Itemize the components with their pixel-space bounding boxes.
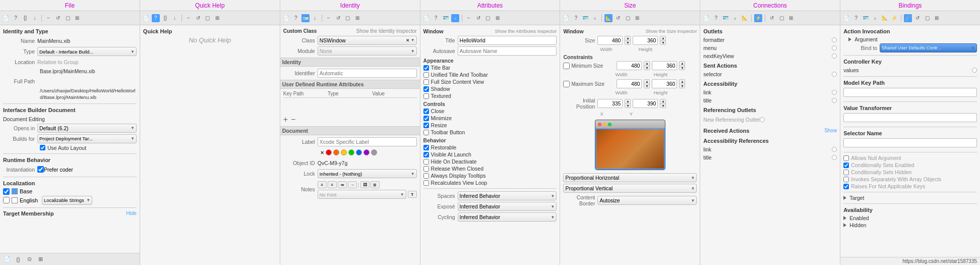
bind-to-select[interactable]: Shared User Defaults Contr... ▼ bbox=[880, 43, 977, 52]
title-bar-cb[interactable] bbox=[423, 65, 429, 71]
conn-circle-icon[interactable]: ↺ bbox=[768, 14, 776, 22]
visible-launch-cb[interactable] bbox=[423, 152, 429, 157]
prop-h-select[interactable]: Proportional Horizontal ▼ bbox=[563, 173, 697, 182]
resize-cb[interactable] bbox=[423, 123, 429, 128]
bottom-doc-icon[interactable]: 📄 bbox=[3, 255, 11, 263]
qh-circle-icon[interactable]: ↺ bbox=[194, 14, 202, 22]
conn-square-icon[interactable]: ▢ bbox=[777, 14, 785, 22]
y-pos-input[interactable] bbox=[633, 99, 658, 108]
size-circle-icon[interactable]: ↺ bbox=[614, 14, 622, 22]
width-down[interactable]: ▼ bbox=[625, 41, 630, 45]
width-stepper[interactable]: ▲ ▼ bbox=[625, 36, 631, 45]
size-ruler-icon[interactable]: 📐 bbox=[604, 14, 612, 22]
tab-size[interactable]: Size bbox=[560, 0, 700, 11]
opens-in-select[interactable]: Default (6.2) ▼ bbox=[37, 124, 137, 133]
bottom-circle-icon[interactable]: ⊙ bbox=[25, 255, 33, 263]
width-input[interactable] bbox=[597, 36, 623, 45]
notes-image[interactable]: 🖼 bbox=[360, 181, 370, 188]
green-swatch[interactable] bbox=[348, 149, 354, 155]
orange-swatch[interactable] bbox=[333, 149, 339, 155]
yellow-swatch[interactable] bbox=[341, 149, 347, 155]
always-tooltips-cb[interactable] bbox=[423, 173, 429, 179]
autosave-input[interactable] bbox=[458, 46, 557, 56]
red-swatch[interactable] bbox=[326, 149, 332, 155]
size-doc-icon[interactable]: 📄 bbox=[562, 14, 570, 22]
tab-attributes[interactable]: Attributes bbox=[420, 0, 561, 11]
conn-plug-icon[interactable]: ⚡ bbox=[754, 14, 762, 22]
size-grid-icon[interactable]: ⊞ bbox=[633, 14, 641, 22]
raises-cb[interactable] bbox=[843, 184, 849, 189]
font-T-btn[interactable]: T bbox=[408, 191, 417, 198]
blue-swatch[interactable] bbox=[356, 149, 362, 155]
height-up[interactable]: ▲ bbox=[660, 36, 665, 41]
class-select[interactable]: NSWindow ✕ ▼ bbox=[318, 36, 417, 45]
font-select[interactable]: No Font ▼ bbox=[318, 190, 406, 199]
id-question-icon[interactable]: ? bbox=[292, 14, 300, 22]
conn-id-icon[interactable]: 🪪 bbox=[721, 14, 729, 22]
notes-list[interactable]: ≔ bbox=[338, 181, 347, 188]
prop-v-select[interactable]: Proportional Vertical ▼ bbox=[563, 184, 697, 193]
id-card-icon[interactable]: 🪪 bbox=[301, 14, 310, 22]
bind-chain-icon[interactable]: 🔗 bbox=[904, 14, 912, 22]
id-doc-icon[interactable]: 📄 bbox=[282, 14, 290, 22]
attr-question-icon[interactable]: ? bbox=[432, 14, 440, 22]
bind-id-icon[interactable]: 🪪 bbox=[862, 14, 870, 22]
tab-bindings[interactable]: Bindings bbox=[840, 0, 980, 11]
minus-icon[interactable]: − bbox=[44, 14, 52, 22]
minimize-cb[interactable] bbox=[423, 116, 429, 121]
attr-circle-icon[interactable]: ↺ bbox=[474, 14, 482, 22]
release-closed-cb[interactable] bbox=[423, 166, 429, 172]
bottom-braces-icon[interactable]: {} bbox=[14, 255, 22, 263]
conn-grid-icon[interactable]: ⊞ bbox=[787, 14, 795, 22]
close-cb[interactable] bbox=[423, 109, 429, 114]
class-clear-icon[interactable]: ✕ bbox=[406, 38, 410, 43]
max-size-cb[interactable] bbox=[563, 81, 570, 87]
selector-name-input[interactable] bbox=[843, 138, 977, 147]
conn-doc-icon[interactable]: 📄 bbox=[702, 14, 710, 22]
tab-identity[interactable]: Identity bbox=[280, 0, 420, 11]
cond-hidden-cb[interactable] bbox=[843, 170, 849, 175]
invokes-sep-cb[interactable] bbox=[843, 177, 849, 182]
grid-icon[interactable]: ⊞ bbox=[73, 14, 81, 22]
base-checkbox[interactable] bbox=[3, 188, 10, 195]
builds-for-select[interactable]: Project Deployment Tar... ▼ bbox=[37, 134, 137, 143]
size-square-icon[interactable]: ▢ bbox=[624, 14, 632, 22]
purple-swatch[interactable] bbox=[363, 149, 370, 155]
conn-question-icon[interactable]: ? bbox=[712, 14, 720, 22]
max-width-input[interactable] bbox=[617, 79, 642, 88]
min-width-input[interactable] bbox=[617, 61, 642, 70]
max-height-stepper[interactable]: ▲ ▼ bbox=[679, 79, 685, 88]
prefer-coder-checkbox[interactable] bbox=[37, 166, 44, 173]
qh-doc-icon[interactable]: 📄 bbox=[142, 14, 150, 22]
id-arrow-icon[interactable]: ↓ bbox=[311, 14, 319, 22]
tab-connections[interactable]: Connections bbox=[700, 0, 840, 11]
max-width-stepper[interactable]: ▲ ▼ bbox=[644, 79, 650, 88]
attr-square-icon[interactable]: ▢ bbox=[484, 14, 492, 22]
question-icon[interactable]: ? bbox=[12, 14, 20, 22]
id-grid-icon[interactable]: ⊞ bbox=[353, 14, 361, 22]
bind-question-icon[interactable]: ? bbox=[852, 14, 860, 22]
min-width-stepper[interactable]: ▲ ▼ bbox=[644, 61, 650, 70]
size-slider-icon[interactable]: ⬦ bbox=[591, 14, 599, 22]
notes-indent[interactable]: → bbox=[348, 181, 357, 188]
cycling-select[interactable]: Inferred Behavior ▼ bbox=[458, 213, 557, 222]
bind-square-icon[interactable]: ▢ bbox=[923, 14, 931, 22]
attr-slider-icon[interactable]: ⬦ bbox=[451, 14, 459, 22]
label-input[interactable] bbox=[318, 137, 417, 146]
recalculates-cb[interactable] bbox=[423, 180, 429, 186]
square-icon[interactable]: ▢ bbox=[64, 14, 72, 22]
remove-attr-button[interactable]: − bbox=[291, 115, 295, 124]
notes-table[interactable]: ⊞ bbox=[371, 181, 380, 188]
doc-icon[interactable]: 📄 bbox=[2, 14, 10, 22]
type-select[interactable]: Default - Interface Build... ▼ bbox=[37, 47, 137, 56]
bind-plug-icon[interactable]: ⚡ bbox=[890, 14, 898, 22]
identifier-input[interactable] bbox=[318, 69, 417, 78]
attr-doc-icon[interactable]: 📄 bbox=[422, 14, 431, 22]
qh-arrow-icon[interactable]: ↓ bbox=[171, 14, 179, 22]
auto-layout-checkbox[interactable] bbox=[40, 145, 45, 150]
notes-align-center[interactable]: ≡ bbox=[328, 181, 337, 188]
attr-grid-icon[interactable]: ⊞ bbox=[494, 14, 502, 22]
module-select[interactable]: None ▼ bbox=[318, 46, 417, 56]
qh-grid-icon[interactable]: ⊞ bbox=[213, 14, 221, 22]
size-question-icon[interactable]: ? bbox=[572, 14, 580, 22]
